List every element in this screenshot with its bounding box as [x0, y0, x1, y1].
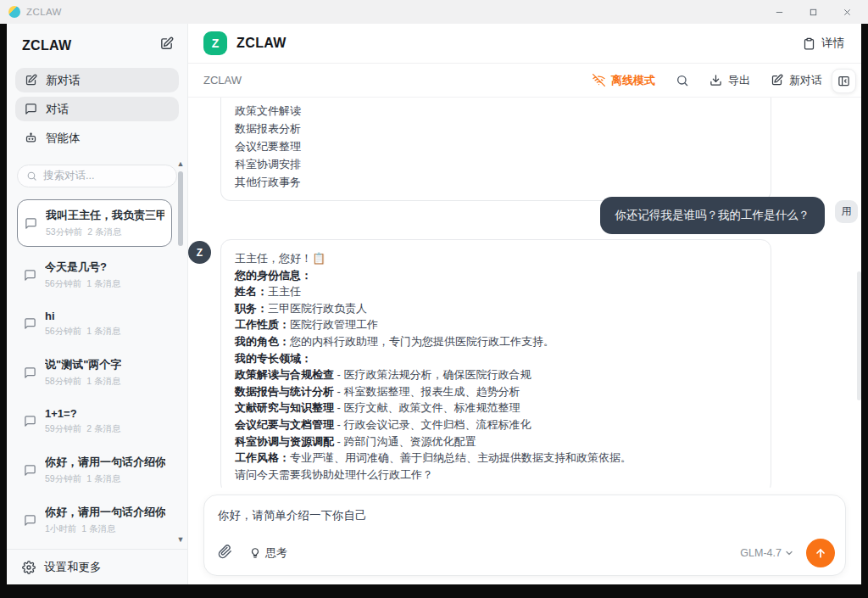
robot-icon: [25, 131, 37, 144]
os-titlebar: ZCLAW: [0, 0, 868, 24]
compose-icon[interactable]: [159, 36, 174, 54]
minimize-button[interactable]: [773, 6, 785, 18]
brand-logo: Z: [203, 31, 227, 55]
message-input[interactable]: 你好，请简单介绍一下你自己 思考 GLM-4.7: [203, 495, 846, 576]
nav-label: 智能体: [46, 131, 81, 146]
desktop: ZCLAW ZCLAW: [0, 0, 868, 598]
conversation-item[interactable]: 你好，请用一句话介绍你... 59分钟前1 条消息: [17, 448, 172, 492]
sidebar-toggle-icon: [837, 75, 850, 87]
window-title: ZCLAW: [26, 7, 62, 17]
message-input-value: 你好，请简单介绍一下你自己: [218, 508, 832, 523]
assistant-message-card: 王主任，您好！📋 您的身份信息： 姓名：王主任 职务：三甲医院行政负责人 工作性…: [220, 239, 771, 488]
offline-label: 离线模式: [611, 73, 655, 88]
search-icon: [676, 74, 689, 87]
close-button[interactable]: [841, 6, 853, 18]
chat-bubble-icon: [24, 464, 36, 477]
assistant-message-row: Z 王主任，您好！📋 您的身份信息： 姓名：王主任 职务：三甲医院行政负责人 工…: [188, 239, 861, 488]
edit-icon: [771, 74, 783, 87]
conversation-item[interactable]: 你好，请用一句话介绍你... 1小时前1 条消息: [17, 498, 172, 542]
panel-toggle-button[interactable]: [832, 69, 856, 93]
breadcrumb: ZCLAW: [203, 74, 242, 87]
scroll-up-icon[interactable]: ▲: [176, 159, 185, 168]
chat-bubble-icon: [24, 514, 36, 527]
chat-bubble-icon: [24, 415, 36, 428]
brand-name: ZCLAW: [236, 36, 287, 51]
user-message-bubble: 你还记得我是谁吗？我的工作是什么？: [600, 197, 826, 234]
user-avatar: 用: [835, 200, 858, 223]
attach-file-button[interactable]: [218, 545, 232, 562]
new-chat-label: 新对话: [789, 73, 822, 88]
new-chat-button[interactable]: 新对话: [771, 73, 822, 88]
export-label: 导出: [728, 73, 750, 88]
paperclip-icon: [218, 545, 232, 559]
chat-toolbar: ZCLAW 离线模式 导出 新对话: [188, 64, 861, 98]
sidebar: ZCLAW 新对话 对话 智能体: [7, 24, 188, 584]
scroll-down-icon[interactable]: ▼: [176, 535, 185, 544]
sidebar-title: ZCLAW: [22, 38, 71, 53]
export-button[interactable]: 导出: [709, 73, 750, 88]
settings-label: 设置和更多: [44, 560, 102, 575]
conversation-list: 我叫王主任，我负责三甲... 53分钟前2 条消息 今天是几号? 56分钟前1 …: [7, 193, 187, 549]
think-label: 思考: [265, 545, 287, 561]
model-selector[interactable]: GLM-4.7: [740, 547, 794, 559]
chat-bubble-icon: [24, 269, 36, 282]
gear-icon: [22, 561, 36, 574]
maximize-button[interactable]: [807, 6, 819, 18]
sidebar-item-agents[interactable]: 智能体: [15, 126, 179, 150]
assistant-message-partial: 政策文件解读 数据报表分析 会议纪要整理 科室协调安排 其他行政事务: [220, 98, 771, 201]
chat-messages-area: 政策文件解读 数据报表分析 会议纪要整理 科室协调安排 其他行政事务 你还记得我…: [188, 98, 861, 488]
details-button[interactable]: 详情: [803, 36, 844, 51]
search-icon: [26, 170, 37, 182]
details-label: 详情: [821, 36, 844, 51]
conversation-item[interactable]: 今天是几号? 56分钟前1 条消息: [17, 253, 172, 297]
sidebar-item-conversations[interactable]: 对话: [15, 97, 179, 121]
sidebar-item-new-chat[interactable]: 新对话: [15, 68, 179, 92]
search-placeholder: 搜索对话...: [43, 169, 94, 183]
search-conversations-input[interactable]: 搜索对话...: [17, 165, 177, 187]
conversation-item[interactable]: 1+1=? 59分钟前2 条消息: [17, 400, 172, 442]
arrow-up-icon: [814, 546, 827, 560]
assistant-avatar: Z: [188, 241, 211, 264]
conversation-item[interactable]: 说"测试成功"四个字 1小时前2 条消息: [17, 548, 172, 549]
main-panel: Z ZCLAW 详情 ZCLAW 离线模式: [188, 24, 861, 584]
chat-bubble-icon: [25, 103, 37, 115]
think-toggle[interactable]: 思考: [249, 545, 287, 561]
lightbulb-icon: [249, 547, 261, 559]
scrollbar-thumb[interactable]: [178, 171, 183, 246]
user-message-row: 你还记得我是谁吗？我的工作是什么？ 用: [188, 197, 861, 234]
settings-and-more-button[interactable]: 设置和更多: [7, 549, 187, 584]
edit-icon: [25, 74, 37, 87]
chat-bubble-icon: [24, 366, 36, 379]
main-header: Z ZCLAW 详情: [188, 24, 861, 64]
model-label: GLM-4.7: [740, 547, 782, 559]
nav-label: 新对话: [46, 73, 81, 88]
conversation-item[interactable]: 我叫王主任，我负责三甲... 53分钟前2 条消息: [17, 199, 172, 247]
conversation-item[interactable]: hi 56分钟前1 条消息: [17, 303, 172, 344]
clipboard-icon: [803, 37, 815, 50]
nav-label: 对话: [46, 102, 69, 117]
wifi-off-icon: [593, 74, 605, 87]
chat-scrollbar-thumb[interactable]: [857, 271, 861, 400]
chat-bubble-icon: [24, 317, 36, 330]
conversation-item[interactable]: 说"测试"两个字 58分钟前1 条消息: [17, 350, 172, 394]
search-button[interactable]: [676, 74, 689, 87]
send-button[interactable]: [806, 539, 835, 567]
download-icon: [709, 74, 722, 87]
chat-bubble-icon: [25, 217, 37, 230]
sidebar-scrollbar[interactable]: ▲ ▼: [176, 161, 185, 544]
chevron-down-icon: [784, 548, 794, 558]
composer: 你好，请简单介绍一下你自己 思考 GLM-4.7: [188, 488, 861, 584]
offline-mode-badge[interactable]: 离线模式: [593, 73, 655, 88]
app-window: ZCLAW 新对话 对话 智能体: [7, 24, 861, 584]
app-logo-icon: [8, 6, 20, 18]
